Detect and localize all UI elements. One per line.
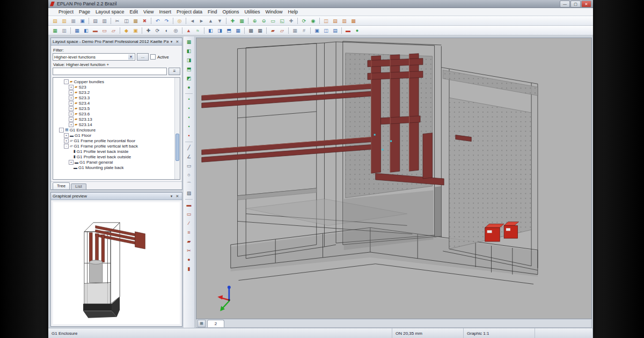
parts-navigator-icon[interactable]: ▤ — [331, 17, 340, 25]
menu-page[interactable]: Page — [76, 8, 93, 16]
message-management-icon[interactable]: ▦ — [349, 17, 358, 25]
refresh-icon[interactable]: ⟳ — [299, 17, 309, 25]
hatch-icon[interactable]: ▨ — [184, 189, 194, 198]
insert-symbol-icon[interactable]: ✚ — [228, 17, 237, 25]
copper-bend-icon[interactable]: ∕ — [184, 219, 194, 228]
menu-find[interactable]: Find — [205, 8, 220, 16]
paste-icon[interactable]: ▦ — [131, 17, 140, 25]
insert-wire-duct-icon[interactable]: ▭ — [100, 26, 109, 35]
zoom-out-icon[interactable]: ⊖ — [259, 17, 268, 25]
page-up-icon[interactable]: ▲ — [206, 17, 215, 25]
tree-expand-icon[interactable]: + — [69, 117, 74, 122]
view-top-icon[interactable]: ⬒ — [224, 26, 233, 35]
tree-scrollbar-thumb[interactable] — [175, 134, 179, 161]
open-project-icon[interactable]: ▥ — [60, 17, 69, 25]
tree-collapse-icon[interactable]: - — [59, 128, 64, 133]
tree-item-g1-frame-profile-vertical-left-back[interactable]: -▱G1 Frame profile vertical left back — [54, 143, 174, 149]
active-checkbox[interactable] — [150, 54, 156, 60]
copper-stack-icon[interactable]: ≡ — [184, 228, 194, 237]
measure-icon[interactable]: ◎ — [171, 26, 180, 35]
tree-scrollbar[interactable] — [174, 78, 180, 179]
preview-panel-header[interactable]: Graphical preview ▾ ✕ — [51, 193, 182, 200]
wireframe-display-icon[interactable]: ▦ — [255, 26, 265, 35]
filter-browse-button[interactable]: ... — [137, 53, 149, 61]
place-part-icon[interactable]: ◆ — [122, 26, 131, 35]
menu-edit[interactable]: Edit — [127, 8, 141, 16]
tree-expand-icon[interactable]: + — [69, 85, 74, 90]
tree-item-s23-6[interactable]: +▰S23.6 — [54, 111, 174, 116]
copper-cutout-icon[interactable]: ✂ — [184, 246, 194, 255]
parts-list-icon[interactable]: ▥ — [340, 17, 349, 25]
value-more-button[interactable]: ≡ — [169, 68, 180, 75]
menu-utilities[interactable]: Utilities — [242, 8, 263, 16]
next-page-icon[interactable]: ► — [197, 17, 206, 25]
tree-item-g1-enclosure[interactable]: -▦G1 Enclosure — [54, 127, 174, 133]
tree-item-s23-5[interactable]: +▰S23.5 — [54, 106, 174, 111]
part-selection-icon[interactable]: ▣ — [131, 26, 140, 35]
tree-item-s23-2[interactable]: +▰S23.2 — [54, 90, 174, 95]
tree-expand-icon[interactable]: + — [69, 112, 74, 116]
viewpoint-2-icon[interactable]: • — [184, 104, 194, 113]
tree-item-s23-4[interactable]: +▰S23.4 — [54, 100, 174, 106]
copper-rail-icon[interactable]: ▭ — [184, 210, 194, 219]
zoom-window-icon[interactable]: ▭ — [268, 17, 277, 25]
menu-project-data[interactable]: Project data — [174, 8, 205, 16]
panel-close-icon[interactable]: ✕ — [174, 39, 180, 45]
insert-mounting-rail-icon[interactable]: ▱ — [109, 26, 118, 35]
properties-icon[interactable]: ◫ — [321, 26, 331, 35]
snap-toggle-icon[interactable]: # — [299, 26, 309, 35]
view-3d-icon[interactable]: ▦ — [233, 26, 243, 35]
zoom-all-icon[interactable]: ● — [184, 83, 194, 92]
draw-circle-icon[interactable]: ○ — [184, 171, 194, 180]
panel-close-icon[interactable]: ✕ — [174, 193, 180, 199]
layout-space-new-icon[interactable]: ▦ — [50, 26, 60, 35]
draw-rectangle-icon[interactable]: ▭ — [184, 161, 194, 171]
tree-item-g1-profile-level-back-inside[interactable]: ▮G1 Profile level back inside — [54, 149, 174, 154]
view-isometric-icon[interactable]: ▦ — [184, 38, 194, 47]
view-side-icon[interactable]: ◨ — [215, 26, 224, 35]
3d-viewport[interactable] — [196, 38, 592, 319]
menu-layout-space[interactable]: Layout space — [93, 8, 127, 16]
new-project-icon[interactable]: ▤ — [50, 17, 60, 25]
draw-line-icon[interactable]: ╱ — [184, 143, 194, 152]
tree-collapse-icon[interactable]: - — [64, 79, 69, 84]
close-project-icon[interactable]: ▦ — [69, 17, 78, 25]
layout-space-open-icon[interactable]: ▥ — [60, 26, 69, 35]
menu-window[interactable]: Window — [263, 8, 286, 16]
tree-expand-icon[interactable]: + — [64, 133, 69, 138]
routing-icon[interactable]: ≈ — [193, 26, 202, 35]
view-front-icon[interactable]: ◧ — [184, 47, 194, 56]
zoom-in-icon[interactable]: ⊕ — [250, 17, 259, 25]
navigator-tab-list[interactable]: List — [71, 183, 86, 189]
filter-dropdown[interactable]: Higher-level functions ▼ — [53, 53, 135, 61]
grid-toggle-icon[interactable]: ▦ — [290, 26, 299, 35]
move-icon[interactable]: ✚ — [144, 26, 153, 35]
tree-expand-icon[interactable]: + — [64, 138, 69, 143]
print-preview-icon[interactable]: ▥ — [100, 17, 109, 25]
settings-icon[interactable]: ▤ — [331, 26, 340, 35]
tree-item-copper-bundles[interactable]: -▰Copper bundles — [54, 79, 174, 84]
preview-viewport[interactable] — [51, 200, 182, 326]
tree-item-g1-floor[interactable]: +▬G1 Floor — [54, 133, 174, 138]
navigator-tab-tree[interactable]: Tree — [53, 182, 70, 189]
insert-mounting-panel-icon[interactable]: ◧ — [82, 26, 91, 35]
insert-enclosure-icon[interactable]: ▦ — [72, 26, 82, 35]
draw-polyline-icon[interactable]: ∠ — [184, 152, 194, 161]
tree-item-s23-3[interactable]: +▰S23.3 — [54, 95, 174, 100]
pan-icon[interactable]: ✚ — [287, 17, 296, 25]
navigator-panel-header[interactable]: Layout space - Demo Pro Panel Profession… — [51, 38, 182, 46]
sheet-tab-icon[interactable]: ▦ — [197, 320, 206, 327]
tree-item-s23-13[interactable]: +▰S23.13 — [54, 116, 174, 122]
viewpoint-4-icon[interactable]: • — [184, 122, 194, 131]
find-icon[interactable]: ◎ — [175, 17, 184, 25]
marker-icon[interactable]: • — [184, 131, 194, 141]
insert-busbar-icon[interactable]: ▬ — [91, 26, 100, 35]
copper-drill-icon[interactable]: ● — [184, 255, 194, 264]
cut-icon[interactable]: ✂ — [113, 17, 122, 25]
previous-page-icon[interactable]: ◄ — [188, 17, 197, 25]
tree-item-g1-profile-level-back-outside[interactable]: ▮G1 Profile level back outside — [54, 154, 174, 159]
menu-options[interactable]: Options — [220, 8, 242, 16]
title-bar[interactable]: EPLAN Pro Panel 2.2 Brazil — ▢ ✕ — [48, 0, 593, 8]
run-action-icon[interactable]: ● — [353, 26, 362, 35]
stop-action-icon[interactable]: ▬ — [343, 26, 353, 35]
